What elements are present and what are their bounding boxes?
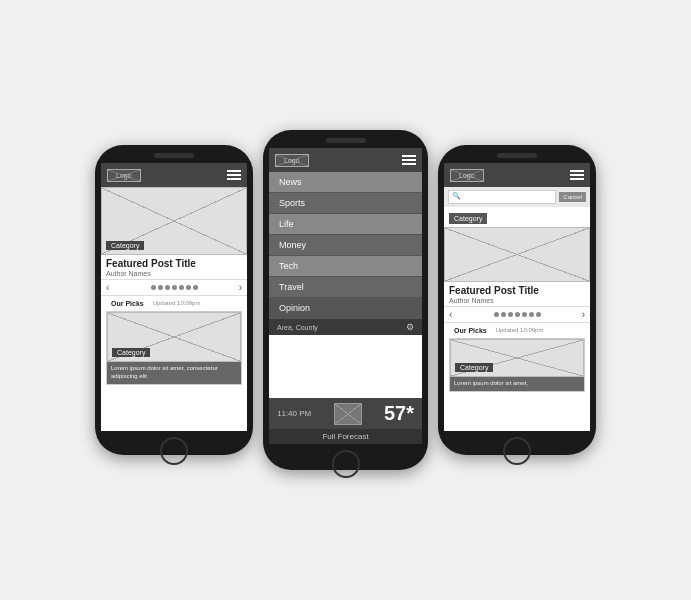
menu-screen: Logo News Sports Life Money Tech Travel … [269, 148, 422, 444]
home-button-left[interactable] [160, 437, 188, 465]
dots-right [494, 312, 541, 317]
author-right: Author Names [444, 297, 590, 304]
author-left: Author Names [101, 270, 247, 277]
hamburger-right[interactable] [570, 170, 584, 180]
menu-item-travel[interactable]: Travel [269, 277, 422, 298]
card-text-left: Lorem ipsum dolor sit amet, consectetur … [107, 362, 241, 384]
nav-bar-left: ‹ › [101, 279, 247, 296]
featured-image-right [444, 227, 590, 282]
phone-left: Logo Category Featured Post Title Author… [95, 145, 253, 455]
card-right: Category Lorem ipsum dolor sit amet, [449, 338, 585, 392]
area-bar: Area, County ⚙ [269, 319, 422, 335]
screen-right: Logo 🔍 Cancel Category Featured Post Tit… [444, 163, 590, 431]
logo-center: Logo [275, 154, 309, 167]
phones-container: Logo Category Featured Post Title Author… [75, 110, 616, 490]
hamburger-left[interactable] [227, 170, 241, 180]
card-category-right: Category [455, 363, 493, 372]
logo-left: Logo [107, 169, 141, 182]
featured-image-left: Category [101, 187, 247, 255]
card-category-left: Category [112, 348, 150, 357]
screen-left: Logo Category Featured Post Title Author… [101, 163, 247, 431]
featured-title-left: Featured Post Title [101, 255, 247, 270]
arrow-prev-right[interactable]: ‹ [449, 309, 452, 320]
card-image-right: Category [450, 339, 584, 377]
weather-icon [334, 403, 362, 425]
hamburger-center[interactable] [402, 155, 416, 165]
dots-left [151, 285, 198, 290]
weather-time: 11:40 PM [277, 409, 311, 418]
gear-icon[interactable]: ⚙ [406, 322, 414, 332]
picks-row-right: Our Picks Updated 10:09pm [444, 323, 590, 336]
weather-temp: 57* [384, 402, 414, 425]
menu-item-money[interactable]: Money [269, 235, 422, 256]
card-text-right: Lorem ipsum dolor sit amet, [450, 377, 584, 391]
category-badge-right: Category [449, 213, 487, 224]
card-left: Category Lorem ipsum dolor sit amet, con… [106, 311, 242, 385]
speaker-center [326, 138, 366, 143]
header-center: Logo [269, 148, 422, 172]
header-left: Logo [101, 163, 247, 187]
menu-item-tech[interactable]: Tech [269, 256, 422, 277]
area-text: Area, County [277, 324, 318, 331]
search-bar-right: 🔍 Cancel [444, 187, 590, 207]
arrow-prev-left[interactable]: ‹ [106, 282, 109, 293]
cancel-button-right[interactable]: Cancel [559, 192, 586, 202]
menu-item-sports[interactable]: Sports [269, 193, 422, 214]
picks-row-left: Our Picks Updated 10:09pm [101, 296, 247, 309]
logo-right: Logo [450, 169, 484, 182]
picks-label-left: Our Picks [106, 298, 149, 308]
featured-title-right: Featured Post Title [444, 282, 590, 297]
phone-center: Logo News Sports Life Money Tech Travel … [263, 130, 428, 470]
search-input-right[interactable]: 🔍 [448, 190, 556, 204]
speaker-right [497, 153, 537, 158]
menu-item-opinion[interactable]: Opinion [269, 298, 422, 319]
card-image-left: Category [107, 312, 241, 362]
header-right: Logo [444, 163, 590, 187]
picks-update-left: Updated 10:09pm [153, 300, 201, 306]
screen-center: Logo News Sports Life Money Tech Travel … [269, 148, 422, 444]
category-badge-left: Category [106, 241, 144, 250]
weather-forecast[interactable]: Full Forecast [269, 429, 422, 444]
speaker-left [154, 153, 194, 158]
picks-label-right: Our Picks [449, 325, 492, 335]
phone-right: Logo 🔍 Cancel Category Featured Post Tit… [438, 145, 596, 455]
menu-item-news[interactable]: News [269, 172, 422, 193]
weather-bar: 11:40 PM 57* [269, 398, 422, 429]
home-button-right[interactable] [503, 437, 531, 465]
arrow-next-right[interactable]: › [582, 309, 585, 320]
picks-update-right: Updated 10:09pm [496, 327, 544, 333]
menu-item-life[interactable]: Life [269, 214, 422, 235]
arrow-next-left[interactable]: › [239, 282, 242, 293]
nav-bar-right: ‹ › [444, 306, 590, 323]
home-button-center[interactable] [332, 450, 360, 478]
